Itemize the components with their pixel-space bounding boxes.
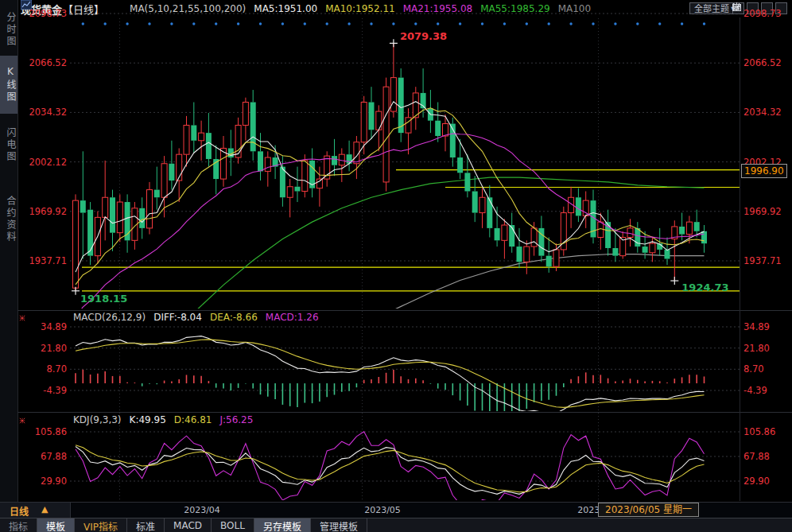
svg-text:1969.92: 1969.92: [743, 206, 782, 217]
svg-text:105.86: 105.86: [35, 426, 67, 437]
svg-text:2098.73: 2098.73: [29, 8, 67, 19]
period-cell[interactable]: 日线 ▲: [0, 503, 71, 518]
indicator-tabbar: 指标模板VIP指标标准MACDBOLL另存模板管理模板: [0, 518, 792, 532]
kdj-hdr-item-3: J:56.25: [219, 414, 253, 425]
kdj-hdr-item-1: K:49.95: [130, 414, 166, 425]
short-ma-lines: [76, 102, 705, 316]
indicator-settings-icons: [20, 316, 25, 423]
svg-text:1969.92: 1969.92: [29, 206, 67, 217]
macd-histogram: [76, 370, 705, 415]
macd-hdr-item-0: MACD(26,12,9): [73, 312, 146, 323]
svg-text:2066.52: 2066.52: [743, 57, 782, 68]
period-label: 日线: [10, 504, 29, 518]
month-label-0: 2023/04: [184, 505, 220, 515]
macd-hdr-item-3: MACD:1.26: [266, 312, 319, 323]
svg-text:34.89: 34.89: [743, 321, 770, 332]
svg-text:34.89: 34.89: [41, 321, 67, 332]
svg-text:2079.38: 2079.38: [400, 30, 447, 42]
macd-hdr-item-1: DIFF:-8.04: [153, 312, 202, 323]
period-dropdown-arrow: ▲: [41, 504, 48, 515]
svg-text:-4.39: -4.39: [743, 385, 767, 396]
svg-text:2034.32: 2034.32: [29, 107, 67, 118]
kdj-hdr-item-2: D:46.81: [174, 414, 212, 425]
chart-canvas[interactable]: 2098.732098.732066.522066.522034.322034.…: [0, 0, 792, 532]
tab-指标[interactable]: 指标: [0, 518, 37, 532]
svg-text:105.86: 105.86: [743, 426, 775, 437]
hover-date-box: 2023/06/05 星期一: [598, 503, 699, 517]
tab-BOLL[interactable]: BOLL: [212, 518, 254, 532]
macd-panel-header: MACD(26,12,9)DIFF:-8.04DEA:-8.66MACD:1.2…: [73, 312, 319, 323]
xaxis-row: 日线 ▲ 2023/042023/052023/06 2023/06/05 星期…: [0, 502, 792, 518]
tab-MACD[interactable]: MACD: [165, 518, 212, 532]
svg-text:8.70: 8.70: [46, 363, 67, 375]
month-label-1: 2023/05: [364, 505, 401, 515]
svg-text:2098.73: 2098.73: [743, 8, 782, 19]
tab-管理模板[interactable]: 管理模板: [311, 518, 367, 532]
svg-text:8.70: 8.70: [743, 363, 764, 375]
svg-text:67.88: 67.88: [743, 451, 770, 462]
svg-text:2034.32: 2034.32: [743, 107, 782, 118]
gridlines: [70, 14, 740, 500]
candles: [73, 43, 708, 290]
svg-text:2002.12: 2002.12: [29, 157, 67, 168]
svg-text:-4.39: -4.39: [43, 385, 67, 396]
panel-separators: [17, 17, 792, 501]
tab-另存模板[interactable]: 另存模板: [254, 518, 311, 532]
svg-text:21.80: 21.80: [743, 343, 770, 354]
tab-模板[interactable]: 模板: [37, 518, 75, 532]
svg-text:29.90: 29.90: [41, 476, 67, 487]
tab-VIP指标[interactable]: VIP指标: [75, 518, 127, 532]
svg-text:1924.73: 1924.73: [681, 282, 728, 293]
hline-price-tag: 1996.90: [741, 164, 787, 178]
kdj-lines: [76, 432, 705, 508]
top-dot-markers: [82, 22, 706, 25]
svg-text:2066.52: 2066.52: [29, 57, 67, 68]
long-ma-lines: [134, 177, 704, 377]
svg-text:1937.71: 1937.71: [743, 255, 782, 266]
kdj-hdr-item-0: KDJ(9,3,3): [73, 414, 122, 425]
svg-text:67.88: 67.88: [41, 451, 67, 462]
svg-text:29.90: 29.90: [743, 476, 770, 487]
svg-text:1937.71: 1937.71: [29, 255, 67, 266]
tab-标准[interactable]: 标准: [127, 518, 165, 532]
svg-text:21.80: 21.80: [41, 343, 67, 354]
kdj-panel-header: KDJ(9,3,3)K:49.95D:46.81J:56.25: [73, 414, 253, 425]
svg-text:1918.15: 1918.15: [80, 293, 127, 305]
macd-hdr-item-2: DEA:-8.66: [210, 312, 258, 323]
